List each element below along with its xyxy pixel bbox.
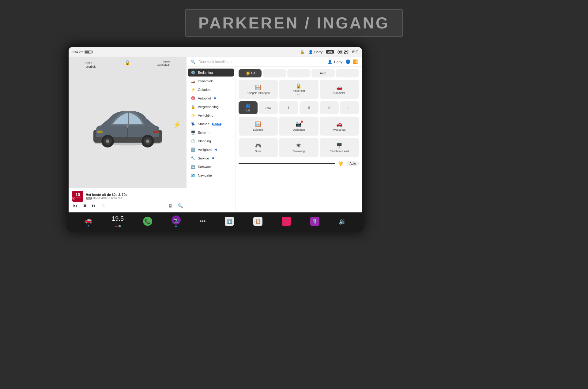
taskbar-music-item[interactable]: 🎵 [282,217,291,226]
stop-button[interactable]: ⏹ [83,203,87,208]
time-display: 09:29 [337,50,349,54]
content-area: ☀️ Uit Auto 🪟 Spiegels [236,67,362,212]
autopilot-dot [214,97,216,99]
music-controls[interactable]: ⏮ ⏹ ⏭ ☆ 🎛 🔍 [72,203,183,208]
nav-item-planning[interactable]: 🕐 Planning [188,137,234,145]
wiper-auto-button[interactable]: Auto [259,101,278,114]
taskbar-notes-item[interactable]: 📋 [253,217,262,226]
nav-menu: ⚙️ Bediening 🏎️ Dynamiek ⚡ Opladen [187,67,236,212]
wasstraat-button[interactable]: 🚗 Wasstraat [320,117,359,136]
brightness-auto-button[interactable]: Auto [346,161,359,166]
mirror-lock-tiles: 🪟 Spiegels inklappen 🔒 Kinderslot Uit 🚗 … [239,80,359,99]
lock-status: 🔒 [300,50,305,54]
nav-icon-software: ⬇️ [191,165,195,169]
light-uit-button[interactable]: ☀️ Uit [239,69,262,77]
stuur-button[interactable]: 🎮 Stuur [239,138,278,157]
nav-item-veiligheid[interactable]: ℹ️ Veiligheid [188,146,234,154]
signal-icon: 📶 [353,59,358,64]
bewaking-button[interactable]: 👁️ Bewaking [279,138,318,157]
nav-item-verlichting[interactable]: ✨ Verlichting [188,111,234,119]
light-controls: ☀️ Uit Auto [239,69,359,77]
record-icon: 📷 [296,121,302,127]
sun-icon: ☀️ [245,71,250,76]
car-panel: Open Voorbak Open Achterbak 🔓 [69,57,187,212]
notes-app-icon: 📋 [253,217,262,226]
spiegels-icon: 🪟 [255,84,261,90]
temp-display: 8°C [352,50,358,54]
search-music-button[interactable]: 🔍 [178,203,183,208]
spiegels-inklappen-button[interactable]: 🪟 Spiegels inklappen [239,80,278,99]
kinderslot-button[interactable]: 🔒 Kinderslot Uit [279,80,318,99]
favorite-button[interactable]: ☆ [102,203,106,208]
nav-item-stoelen[interactable]: 💺 Stoelen NIEUW [188,120,234,128]
nav-item-dynamiek[interactable]: 🏎️ Dynamiek [188,77,234,85]
tesla-screen-bezel: 234 km 🔒 👤 Harry SOS 09:29 8°C [67,45,364,232]
svg-text:T: T [126,124,129,129]
brightness-sun-icon: ☀️ [338,161,344,166]
temp-sub: °C 🚗 ❄️ [115,222,121,227]
spiegels2-icon: 🪟 [255,121,261,127]
nav-icon-navigatie: 🗺️ [191,173,195,178]
brightness-slider[interactable] [239,163,335,164]
sos-badge: SOS [326,50,334,54]
taskbar-info-item[interactable]: ℹ️ [225,217,234,226]
raamslot-button[interactable]: 🚗 Raamslot [320,80,359,99]
nav-item-navigatie[interactable]: 🗺️ Navigatie [188,171,234,179]
veiligheid-dot [215,149,217,151]
eq-button[interactable]: 🎛 [168,203,173,208]
nav-item-opladen[interactable]: ⚡ Opladen [188,86,234,94]
nav-icon-opladen: ⚡ [191,88,195,92]
settings-search-bar: 🔍 Doorzoek instellingen 👤 Harry 🔵 📶 [187,57,362,67]
nav-icon-service: 🔧 [191,156,195,160]
dashboard-kast-button[interactable]: 🖥️ Dashboard kast [320,138,359,157]
light-auto-button[interactable]: Auto [311,69,334,77]
dashboard-icon: 🖥️ [336,143,342,148]
bluetooth-icon: 🔵 [345,59,350,64]
brightness-row: ☀️ Auto [239,159,359,168]
nav-item-autopilot[interactable]: 🎯 Autopilot [188,94,234,102]
taskbar-car-item[interactable]: 🚗 [84,216,92,226]
car-taskbar-icon: 🚗 [84,216,92,224]
taskbar: 🚗 19.5 °C 🚗 ❄️ 📞 📷 ••• ℹ️ [69,212,362,230]
wiper-icon: 🌀 [246,104,251,108]
user-header-info: 👤 Harry [328,60,342,64]
taskbar-podcast-item[interactable]: 🎙️ [310,217,319,226]
wiper-2-button[interactable]: II [300,101,318,114]
nav-icon-verlichting: ✨ [191,113,195,118]
wiper-1-button[interactable]: I [279,101,298,114]
car-lock-icon: 🔓 [125,60,130,65]
wiper-3-button[interactable]: III [320,101,339,114]
nav-icon-bediening: ⚙️ [191,70,195,75]
wiper-controls: 🌀 Uit Auto I II III IIII [239,101,359,114]
music-player: 10 40s 50s 60s 70s Het beste uit de 60s … [69,188,187,212]
light-mode3-button[interactable] [287,69,310,77]
search-placeholder[interactable]: Doorzoek instellingen [198,60,325,64]
nav-item-vergrendeling[interactable]: 🔒 Vergrendeling [188,103,234,111]
temp-value: 19.5 [112,215,124,222]
label-voorbak: Voorbak [85,65,96,69]
taskbar-volume-item[interactable]: 🔉 [339,218,346,225]
nav-icon-dynamiek: 🏎️ [191,79,195,83]
svg-point-9 [146,140,149,143]
label-open-achterbak: Open [157,60,170,64]
spiegels-button[interactable]: 🪟 Spiegels [239,117,278,136]
wiper-uit-button[interactable]: 🌀 Uit [239,101,258,114]
range-display: 234 km [72,50,92,54]
light-mode2-button[interactable] [263,69,286,77]
taskbar-more-item[interactable]: ••• [200,218,206,225]
taskbar-camera-item[interactable]: 📷 [172,215,181,227]
light-mode5-button[interactable] [336,69,359,77]
nav-item-software[interactable]: ⬇️ Software [188,163,234,171]
next-button[interactable]: ⏭ [92,203,97,208]
nav-item-service[interactable]: 🔧 Service [188,154,234,162]
nav-item-scherm[interactable]: 🖥️ Scherm [188,129,234,137]
svg-point-6 [106,140,109,143]
parking-sign: PARKEREN / INGANG [185,9,403,37]
nav-item-bediening[interactable]: ⚙️ Bediening [188,69,234,77]
opnemen-button[interactable]: 📷 Opnemen [279,117,318,136]
nav-icon-autopilot: 🎯 [191,96,195,100]
prev-button[interactable]: ⏮ [73,203,78,208]
camera-dot [175,226,177,227]
taskbar-phone-item[interactable]: 📞 [143,217,152,226]
wiper-4-button[interactable]: IIII [340,101,359,114]
